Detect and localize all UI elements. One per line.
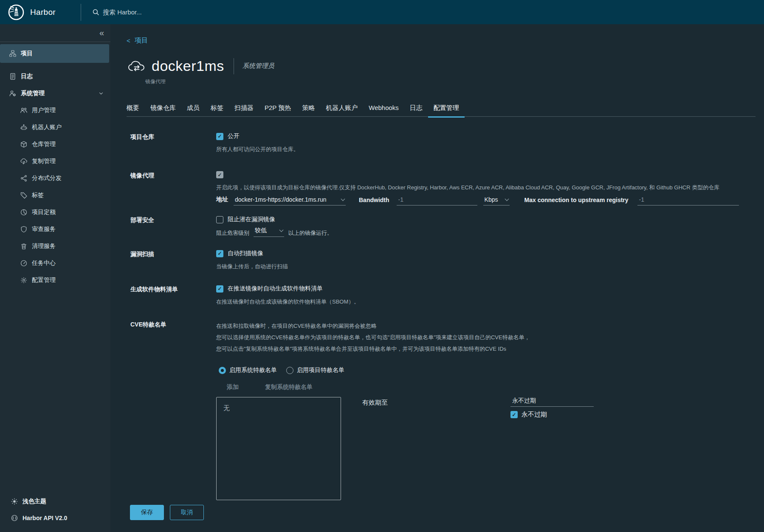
sidebar-item-garbage-collection[interactable]: 清理服务 bbox=[0, 238, 110, 255]
sidebar-item-label: 复制管理 bbox=[32, 158, 56, 165]
chevron-down-icon bbox=[279, 228, 284, 232]
section-deployment-security: 部署安全 阻止潜在漏洞镜像 阻止危害级别 较低 以上的镜像运行。 bbox=[127, 216, 764, 237]
severity-select[interactable]: 较低 bbox=[254, 227, 284, 237]
sidebar-item-replications[interactable]: 复制管理 bbox=[0, 153, 110, 170]
cancel-button[interactable]: 取消 bbox=[170, 505, 204, 520]
tab-p2p-preheat[interactable]: P2P 预热 bbox=[259, 104, 296, 116]
robot-icon bbox=[20, 124, 27, 131]
cube-icon bbox=[20, 141, 27, 148]
harbor-api-link[interactable]: Harbor API V2.0 bbox=[0, 509, 110, 526]
sidebar-item-user-management[interactable]: 用户管理 bbox=[0, 102, 110, 119]
system-allowlist-label: 启用系统特赦名单 bbox=[229, 366, 277, 374]
tab-policy[interactable]: 策略 bbox=[296, 104, 320, 116]
global-search[interactable] bbox=[92, 8, 247, 16]
auto-scan-checkbox[interactable] bbox=[216, 250, 223, 257]
app-header: Harbor bbox=[0, 0, 764, 24]
tab-repositories[interactable]: 镜像仓库 bbox=[145, 104, 181, 116]
sidebar-item-label: 配置管理 bbox=[32, 276, 56, 284]
expires-input[interactable] bbox=[510, 397, 594, 407]
sidebar-item-label: 项目定额 bbox=[32, 208, 56, 216]
sidebar-item-label: 审查服务 bbox=[32, 225, 56, 233]
max-conn-input[interactable] bbox=[637, 196, 739, 205]
tab-logs[interactable]: 日志 bbox=[404, 104, 428, 116]
sidebar-item-distribution[interactable]: 分布式分发 bbox=[0, 170, 110, 187]
sidebar-item-label: 分布式分发 bbox=[32, 175, 62, 182]
projects-icon bbox=[9, 50, 16, 57]
sidebar-item-registries[interactable]: 仓库管理 bbox=[0, 136, 110, 153]
chevron-down-icon[interactable] bbox=[98, 90, 104, 96]
sidebar-item-label: 清理服务 bbox=[32, 242, 56, 250]
sidebar-nav: 项目 日志 系统管理 bbox=[0, 42, 110, 289]
sidebar-item-label: 标签 bbox=[32, 191, 44, 199]
endpoint-select[interactable]: docker-1ms-https://docker.1ms.run bbox=[234, 196, 346, 205]
breadcrumb-back-icon[interactable]: < bbox=[127, 37, 130, 44]
add-cve-button[interactable]: 添加 bbox=[227, 383, 239, 391]
sidebar-item-configuration[interactable]: 配置管理 bbox=[0, 272, 110, 289]
tab-labels[interactable]: 标签 bbox=[205, 104, 229, 116]
public-checkbox[interactable] bbox=[216, 133, 223, 140]
bandwidth-input[interactable] bbox=[397, 196, 477, 205]
cve-desc-line: 在推送和拉取镜像时，在项目的CVE特赦名单中的漏洞将会被忽略 bbox=[216, 320, 764, 332]
sidebar-item-label: 机器人账户 bbox=[32, 124, 62, 131]
system-allowlist-radio[interactable] bbox=[219, 367, 226, 374]
sidebar-item-logs[interactable]: 日志 bbox=[0, 68, 110, 85]
cve-list-textarea[interactable]: 无 bbox=[216, 397, 341, 500]
auto-sbom-label: 在推送镜像时自动生成软件物料清单 bbox=[228, 285, 323, 293]
sidebar-item-job-service[interactable]: 任务中心 bbox=[0, 255, 110, 272]
search-input[interactable] bbox=[103, 8, 247, 16]
auto-sbom-desc: 在推送镜像时自动生成该镜像的软件物料清单（SBOM）。 bbox=[216, 298, 764, 306]
project-title-row: docker1ms 系统管理员 bbox=[128, 58, 764, 74]
expires-controls: 永不过期 bbox=[510, 397, 594, 500]
tab-members[interactable]: 成员 bbox=[181, 104, 205, 116]
sidebar-item-projects[interactable]: 项目 bbox=[0, 44, 109, 63]
save-button[interactable]: 保存 bbox=[130, 505, 164, 520]
proxy-cache-cloud-icon bbox=[128, 60, 147, 73]
proxy-cache-checkbox bbox=[216, 171, 223, 178]
quota-meter-icon bbox=[20, 209, 27, 216]
trash-icon bbox=[20, 243, 27, 250]
tab-webhooks[interactable]: Webhooks bbox=[363, 104, 404, 116]
brand[interactable]: Harbor bbox=[0, 4, 81, 21]
gear-icon bbox=[20, 277, 27, 284]
copy-system-allowlist-button[interactable]: 复制系统特赦名单 bbox=[265, 383, 313, 391]
header-divider bbox=[81, 4, 81, 21]
sidebar-item-interrogation-services[interactable]: 审查服务 bbox=[0, 221, 110, 238]
cve-allowlist-desc: 在推送和拉取镜像时，在项目的CVE特赦名单中的漏洞将会被忽略 您可以选择使用系统… bbox=[216, 320, 764, 355]
project-name: docker1ms bbox=[152, 58, 224, 74]
section-project-repository: 项目仓库 公开 所有人都可访问公开的项目仓库。 bbox=[127, 132, 764, 153]
breadcrumb: < 项目 bbox=[127, 36, 764, 45]
sidebar-item-labels[interactable]: 标签 bbox=[0, 187, 110, 204]
sidebar-item-project-quotas[interactable]: 项目定额 bbox=[0, 204, 110, 221]
main-content: < 项目 docker1ms 系统管理员 镜像代理 概要 镜像仓库 成员 标签 … bbox=[110, 24, 764, 532]
collapse-sidebar-icon[interactable]: « bbox=[99, 28, 104, 38]
section-proxy-cache: 镜像代理 开启此项，以使得该项目成为目标仓库的镜像代理.仅支持 DockerHu… bbox=[127, 171, 764, 205]
configuration-form: 项目仓库 公开 所有人都可访问公开的项目仓库。 镜像代理 开启此项，以使得该项目… bbox=[127, 132, 764, 500]
allowlist-radio-group: 启用系统特赦名单 启用项目特赦名单 bbox=[219, 366, 764, 374]
project-tabs: 概要 镜像仓库 成员 标签 扫描器 P2P 预热 策略 机器人账户 Webhoo… bbox=[127, 104, 756, 117]
cloud-sync-icon bbox=[20, 158, 27, 165]
severity-prefix: 阻止危害级别 bbox=[216, 229, 249, 237]
tab-configuration[interactable]: 配置管理 bbox=[428, 104, 465, 116]
section-label: 部署安全 bbox=[127, 216, 216, 237]
sidebar-item-administration[interactable]: 系统管理 bbox=[0, 85, 110, 102]
never-expires-checkbox[interactable] bbox=[510, 411, 518, 418]
tab-scanner[interactable]: 扫描器 bbox=[229, 104, 259, 116]
auto-sbom-checkbox[interactable] bbox=[216, 285, 223, 293]
endpoint-select-value: docker-1ms-https://docker.1ms.run bbox=[235, 196, 327, 203]
never-expires-row: 永不过期 bbox=[510, 411, 594, 419]
sidebar-item-robot-accounts[interactable]: 机器人账户 bbox=[0, 119, 110, 136]
tab-summary[interactable]: 概要 bbox=[127, 104, 145, 116]
never-expires-label: 永不过期 bbox=[522, 411, 547, 419]
section-sbom: 生成软件物料清单 在推送镜像时自动生成软件物料清单 在推送镜像时自动生成该镜像的… bbox=[127, 285, 764, 306]
proxy-cache-desc: 开启此项，以使得该项目成为目标仓库的镜像代理.仅支持 DockerHub, Do… bbox=[216, 184, 764, 191]
section-vulnerability-scan: 漏洞扫描 自动扫描镜像 当镜像上传后，自动进行扫描 bbox=[127, 250, 764, 270]
prevent-vulnerable-checkbox[interactable] bbox=[216, 216, 223, 223]
light-theme-toggle[interactable]: 浅色主题 bbox=[0, 493, 110, 509]
cve-desc-line: 您可以点击"复制系统特赦名单"项将系统特赦名单合并至该项目特赦名单中，并可为该项… bbox=[216, 343, 764, 355]
tab-robot-accounts[interactable]: 机器人账户 bbox=[320, 104, 363, 116]
bandwidth-unit-select[interactable]: Kbps bbox=[483, 196, 510, 205]
section-label: 漏洞扫描 bbox=[127, 250, 216, 270]
breadcrumb-projects-link[interactable]: 项目 bbox=[135, 36, 148, 45]
administration-icon bbox=[9, 90, 16, 97]
project-allowlist-radio[interactable] bbox=[286, 367, 293, 374]
